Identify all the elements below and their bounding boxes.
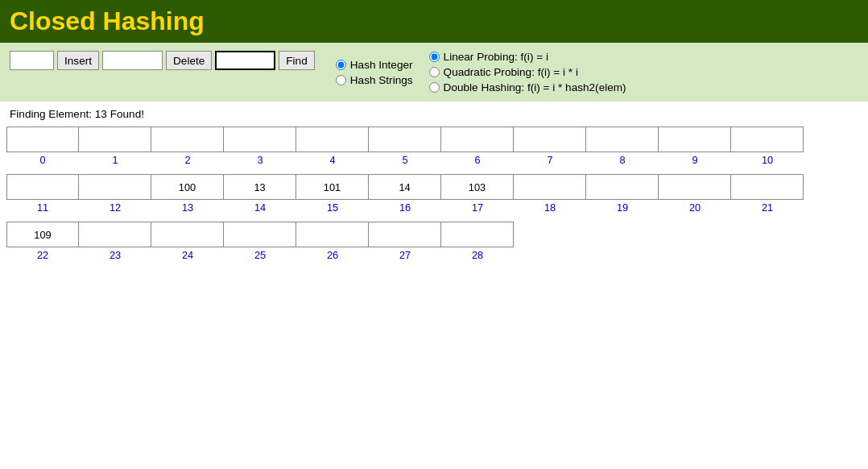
label-r0-1: 1 [79,152,151,168]
label-r0-4: 4 [296,152,369,168]
label-r0-8: 8 [586,152,659,168]
find-input[interactable] [215,51,275,70]
cell-r0-c7 [514,127,586,152]
cell-r0-c6 [441,127,514,152]
cell-r0-c9 [659,127,731,152]
cell-r1-c10 [731,174,804,200]
header: Closed Hashing [0,0,868,43]
cell-r2-c0: 109 [6,222,79,247]
hash-row-0: 012345678910 [6,127,862,168]
linear-probing-radio[interactable] [429,52,440,62]
hash-type-group: Hash Integer Hash Strings [336,59,413,86]
cell-r2-c1 [79,222,151,247]
page-title: Closed Hashing [10,6,858,36]
cell-r2-c2 [151,222,224,247]
cell-r2-c6 [441,222,514,247]
cell-r2-c3 [224,222,296,247]
label-r2-3: 25 [224,247,296,263]
cell-r1-c0 [6,174,79,200]
label-r1-1: 12 [79,200,151,215]
hash-table: 0123456789101001310114103111213141516171… [0,127,868,263]
cell-r0-c8 [586,127,659,152]
label-r1-10: 21 [731,200,804,215]
hash-strings-option[interactable]: Hash Strings [336,74,413,86]
label-r0-7: 7 [514,152,586,168]
linear-probing-option[interactable]: Linear Probing: f(i) = i [429,51,626,63]
label-r1-7: 18 [514,200,586,215]
label-r1-8: 19 [586,200,659,215]
cell-r0-c2 [151,127,224,152]
label-r0-2: 2 [151,152,224,168]
label-r0-5: 5 [369,152,441,168]
double-hashing-radio[interactable] [429,82,440,93]
cell-r0-c0 [6,127,79,152]
cell-r0-c4 [296,127,369,152]
label-r0-9: 9 [659,152,731,168]
cell-r2-c4 [296,222,369,247]
label-r1-2: 13 [151,200,224,215]
cell-r1-c5: 14 [369,174,441,200]
quadratic-probing-option[interactable]: Quadratic Probing: f(i) = i * i [429,66,626,78]
label-r2-4: 26 [296,247,369,263]
cell-r0-c5 [369,127,441,152]
hash-type-row: Hash Integer Hash Strings Linear Probing… [336,51,626,93]
cell-r2-c5 [369,222,441,247]
status-text: Finding Element: 13 Found! [10,108,144,120]
options-panel: Hash Integer Hash Strings Linear Probing… [336,51,626,93]
cell-r1-c9 [659,174,731,200]
delete-input[interactable] [102,51,163,70]
cell-r1-c8 [586,174,659,200]
label-r2-2: 24 [151,247,224,263]
probing-group: Linear Probing: f(i) = i Quadratic Probi… [429,51,626,93]
insert-button[interactable]: Insert [57,51,99,70]
insert-input[interactable] [10,51,54,70]
label-r1-5: 16 [369,200,441,215]
cell-r0-c10 [731,127,804,152]
hash-integer-radio[interactable] [336,60,346,70]
label-r2-0: 22 [6,247,79,263]
cell-r1-c1 [79,174,151,200]
hash-strings-radio[interactable] [336,75,346,85]
cell-r1-c7 [514,174,586,200]
status-bar: Finding Element: 13 Found! [0,102,868,127]
cell-r1-c4: 101 [296,174,369,200]
toolbar: Insert Delete Find Hash Integer Hash Str… [0,43,868,102]
label-r0-10: 10 [731,152,804,168]
label-r2-1: 23 [79,247,151,263]
toolbar-controls: Insert Delete Find [10,51,315,70]
find-button[interactable]: Find [279,51,314,70]
cell-r0-c1 [79,127,151,152]
hash-row-2: 10922232425262728 [6,222,862,263]
label-r1-0: 11 [6,200,79,215]
cell-r1-c6: 103 [441,174,514,200]
cell-r0-c3 [224,127,296,152]
label-r0-3: 3 [224,152,296,168]
label-r0-6: 6 [441,152,514,168]
hash-integer-option[interactable]: Hash Integer [336,59,413,71]
delete-button[interactable]: Delete [166,51,212,70]
label-r2-5: 27 [369,247,441,263]
cell-r1-c3: 13 [224,174,296,200]
cell-r1-c2: 100 [151,174,224,200]
double-hashing-option[interactable]: Double Hashing: f(i) = i * hash2(elem) [429,81,626,93]
label-r1-9: 20 [659,200,731,215]
label-r1-3: 14 [224,200,296,215]
label-r1-6: 17 [441,200,514,215]
quadratic-probing-radio[interactable] [429,67,440,77]
label-r1-4: 15 [296,200,369,215]
label-r2-6: 28 [441,247,514,263]
label-r0-0: 0 [6,152,79,168]
hash-row-1: 10013101141031112131415161718192021 [6,174,862,215]
